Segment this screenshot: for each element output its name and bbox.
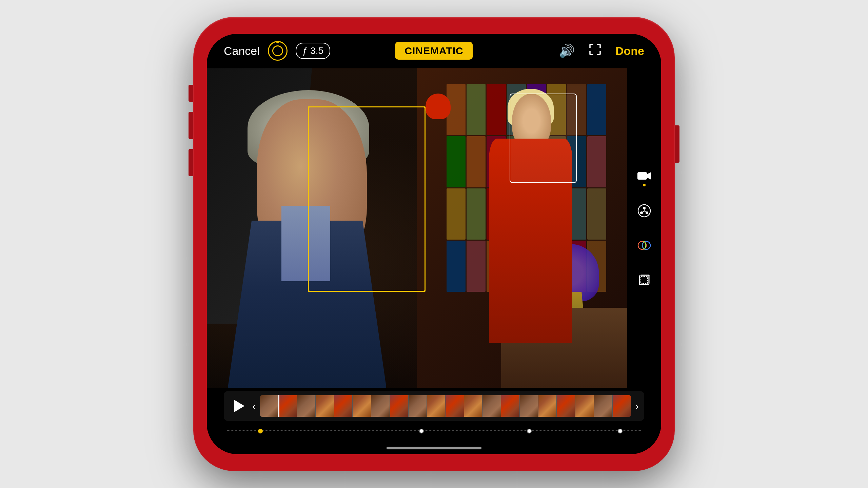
keyframe-dot-4[interactable] [618, 429, 623, 433]
focus-corner-bl [308, 286, 314, 292]
phone-screen: Cancel ƒ 3.5 CINEMATIC 🔊 [207, 34, 661, 454]
phone-frame: Cancel ƒ 3.5 CINEMATIC 🔊 [193, 17, 675, 471]
volume-down-button[interactable] [189, 149, 193, 176]
book [587, 136, 606, 187]
focus-corner-br [419, 286, 426, 292]
aperture-icon [268, 41, 288, 61]
filmstrip-frame [427, 395, 446, 417]
keyframe-dot-2[interactable] [419, 429, 424, 433]
aperture-dot [276, 41, 279, 43]
filmstrip-frame [538, 395, 557, 417]
filmstrip-frame [501, 395, 520, 417]
keyframe-dot-1[interactable] [258, 429, 263, 433]
side-toolbar [627, 68, 661, 388]
svg-rect-24 [641, 277, 648, 283]
main-content [207, 68, 661, 388]
filmstrip-frame [390, 395, 409, 417]
focus-corner-tr [419, 106, 426, 113]
svg-line-15 [643, 211, 644, 212]
svg-line-16 [645, 211, 646, 212]
keyframe-dot-3[interactable] [527, 429, 532, 433]
filmstrip-frame [594, 395, 613, 417]
timeline-strip: ‹ [224, 391, 644, 421]
filmstrip-frame [278, 395, 297, 417]
bottom-controls: ‹ [207, 388, 661, 454]
done-button[interactable]: Done [615, 44, 644, 58]
power-button[interactable] [675, 125, 679, 163]
volume-icon[interactable]: 🔊 [559, 43, 575, 58]
left-bracket[interactable]: ‹ [252, 400, 256, 412]
filmstrip-frame [316, 395, 334, 417]
filmstrip-frame [575, 395, 594, 417]
filmstrip-frame [613, 395, 631, 417]
svg-point-19 [643, 241, 646, 249]
cancel-button[interactable]: Cancel [224, 44, 260, 58]
home-indicator [207, 442, 661, 454]
filmstrip[interactable] [260, 395, 631, 417]
filmstrip-frame [520, 395, 538, 417]
filmstrip-frame [371, 395, 390, 417]
filmstrip-frame [557, 395, 575, 417]
svg-marker-9 [647, 172, 651, 180]
filmstrip-frame [482, 395, 501, 417]
filmstrip-frame [464, 395, 483, 417]
top-bar-center: CINEMATIC [395, 45, 473, 57]
book [587, 84, 606, 135]
top-bar: Cancel ƒ 3.5 CINEMATIC 🔊 [207, 34, 661, 68]
right-bracket[interactable]: › [635, 400, 639, 412]
book [587, 188, 606, 240]
filmstrip-frame [446, 395, 464, 417]
active-tool-dot [643, 184, 646, 186]
keyframe-line [227, 430, 641, 431]
filmstrip-frame [353, 395, 371, 417]
cinematic-badge[interactable]: CINEMATIC [395, 42, 473, 60]
notch [397, 23, 471, 33]
filmstrip-frame [334, 395, 353, 417]
crop-tool[interactable] [635, 271, 653, 289]
filmstrip-frame [260, 395, 279, 417]
keyframe-track[interactable] [217, 422, 651, 439]
video-camera-tool[interactable] [635, 167, 653, 185]
expand-icon[interactable] [588, 43, 602, 59]
play-button[interactable] [229, 396, 248, 415]
aperture-inner [272, 45, 283, 56]
play-icon [234, 400, 244, 412]
silent-switch[interactable] [189, 85, 193, 102]
filmstrip-frame [409, 395, 427, 417]
focus-corner-tl [308, 106, 314, 113]
top-bar-right: 🔊 Done [559, 43, 644, 59]
svg-point-11 [643, 207, 646, 209]
top-bar-left: Cancel ƒ 3.5 [224, 41, 330, 61]
color-balance-tool[interactable] [635, 237, 653, 254]
svg-rect-8 [637, 172, 647, 180]
color-adjust-tool[interactable] [635, 202, 653, 220]
home-bar [387, 447, 481, 449]
video-area[interactable] [207, 68, 627, 388]
aperture-value[interactable]: ƒ 3.5 [296, 43, 330, 59]
playhead [278, 395, 279, 417]
video-frame [207, 68, 627, 388]
main-focus-box[interactable] [308, 106, 426, 292]
secondary-focus-box[interactable] [510, 94, 577, 183]
volume-up-button[interactable] [189, 112, 193, 139]
filmstrip-frame [297, 395, 316, 417]
